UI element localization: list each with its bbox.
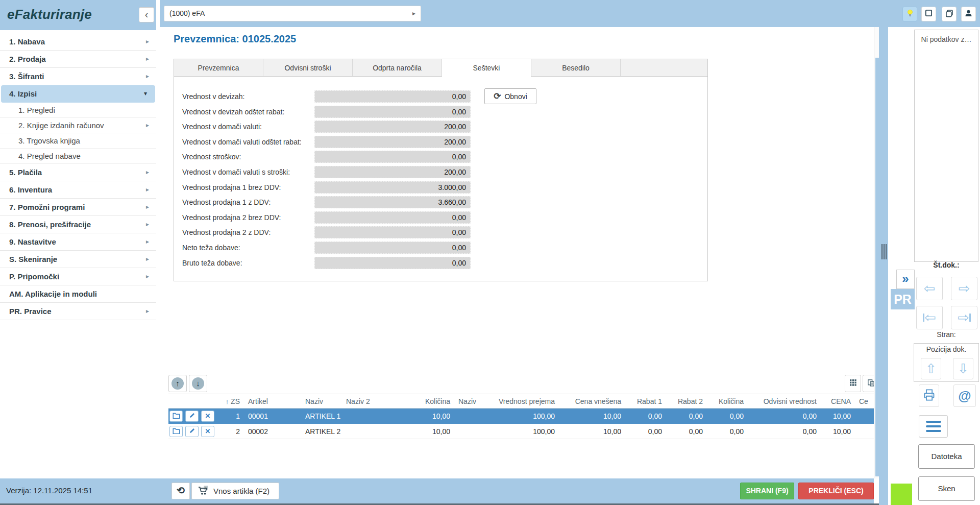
- position-down-button[interactable]: ⇩: [953, 358, 973, 379]
- grid-header-naziv-2[interactable]: Naziv 2: [342, 394, 419, 408]
- user-button[interactable]: [961, 7, 976, 21]
- sidebar-item[interactable]: 3. Trgovska knjiga: [0, 133, 156, 149]
- grid-header-vrednost-prejema[interactable]: Vrednost prejema: [487, 394, 559, 408]
- history-button[interactable]: ⟲: [172, 483, 190, 499]
- grid-cell: 100,00: [487, 424, 559, 439]
- doc-last-button[interactable]: ⇨: [951, 306, 977, 329]
- edit-item-button[interactable]: [185, 411, 199, 422]
- add-item-button[interactable]: + Vnos artikla (F2): [191, 483, 279, 499]
- scan-status-indicator: [891, 484, 912, 505]
- grid-header-naziv[interactable]: Naziv: [454, 394, 487, 408]
- grid-header-rabat-1[interactable]: Rabat 1: [625, 394, 666, 408]
- doc-next-button[interactable]: ⇨: [951, 277, 977, 300]
- grid-cell: 10,00: [559, 424, 625, 439]
- sidebar-item-label: 6. Inventura: [9, 185, 52, 194]
- doc-first-button[interactable]: ⇦: [916, 306, 943, 329]
- chevron-right-icon: ▸: [146, 216, 149, 233]
- sidebar-item[interactable]: 4. Izpisi▾: [1, 85, 155, 103]
- more-menu-button[interactable]: [919, 415, 948, 438]
- chevron-right-icon: ▸: [412, 6, 415, 21]
- sidebar-item[interactable]: 2. Prodaja▸: [0, 51, 156, 68]
- refresh-button[interactable]: ⟳ Obnovi: [484, 88, 536, 104]
- delete-item-button[interactable]: ✕: [201, 411, 214, 422]
- sort-asc-icon: ↑: [226, 398, 229, 405]
- sidebar-item[interactable]: 6. Inventura▸: [0, 181, 156, 199]
- doc-prev-button[interactable]: ⇦: [916, 277, 943, 300]
- file-button[interactable]: Datoteka: [918, 444, 975, 469]
- sidebar-item[interactable]: 4. Pregled nabave: [0, 149, 156, 164]
- tab-odvisni-stroški[interactable]: Odvisni stroški: [263, 59, 353, 76]
- grid-header-zs[interactable]: ↑ ZS: [219, 394, 244, 408]
- tab-seštevki[interactable]: Seštevki: [442, 59, 531, 77]
- grid-header-rabat-2[interactable]: Rabat 2: [666, 394, 707, 408]
- grid-header-actions: [168, 394, 219, 408]
- edit-item-button[interactable]: [185, 426, 199, 437]
- windows-stack-button[interactable]: [942, 7, 957, 21]
- grid-cell: 0,00: [707, 408, 748, 424]
- company-select[interactable]: (1000) eFA ▸: [164, 6, 421, 21]
- grid-row[interactable]: ✕100001ARTIKEL 110,00100,0010,000,000,00…: [168, 408, 874, 424]
- email-button[interactable]: @: [953, 384, 976, 407]
- grid-header-cena[interactable]: CENA: [821, 394, 855, 408]
- pr-tab-badge[interactable]: PR: [891, 289, 915, 309]
- field-label: Vrednost v domači valuti:: [182, 121, 262, 133]
- grid-header-ce[interactable]: Ce: [855, 394, 874, 408]
- grid-row[interactable]: ✕200002ARTIKEL 210,00100,0010,000,000,00…: [168, 424, 874, 439]
- sidebar-item[interactable]: 2. Knjige izdanih računov▸: [0, 118, 156, 133]
- arrow-down-icon: ⇩: [958, 361, 969, 377]
- sidebar-item-label: P. Pripomočki: [9, 272, 59, 281]
- move-row-up-button[interactable]: ↑: [168, 375, 187, 392]
- grid-cell: 0,00: [625, 408, 666, 424]
- move-row-down-button[interactable]: ↓: [189, 375, 207, 392]
- tab-prevzemnica[interactable]: Prevzemnica: [174, 59, 263, 76]
- tab-besedilo[interactable]: Besedilo: [531, 59, 621, 76]
- sidebar-item[interactable]: PR. Pravice▸: [0, 303, 156, 320]
- sidebar-item-label: S. Skeniranje: [9, 255, 57, 263]
- panel-splitter[interactable]: [879, 27, 888, 505]
- sidebar-collapse-button[interactable]: ‹: [139, 7, 154, 22]
- save-button[interactable]: SHRANI (F9): [740, 483, 794, 499]
- grid-header-količina[interactable]: Količina: [419, 394, 454, 408]
- print-button[interactable]: [919, 384, 939, 407]
- hamburger-icon: [926, 421, 941, 432]
- grid-header-količina[interactable]: Količina: [707, 394, 748, 408]
- sidebar-item[interactable]: S. Skeniranje▸: [0, 251, 156, 268]
- grid-cell: 2: [219, 424, 244, 439]
- expand-panel-button[interactable]: »: [896, 270, 915, 289]
- sidebar-item[interactable]: AM. Aplikacije in moduli: [0, 285, 156, 303]
- delete-item-button[interactable]: ✕: [201, 426, 214, 437]
- hint-button[interactable]: [902, 7, 917, 21]
- sidebar-item[interactable]: 7. Pomožni programi▸: [0, 199, 156, 216]
- cancel-button[interactable]: PREKLIČI (ESC): [798, 483, 874, 499]
- vertical-scrollbar[interactable]: [874, 27, 879, 478]
- tab-odprta-naročila[interactable]: Odprta naročila: [353, 59, 442, 76]
- sidebar-item[interactable]: 1. Nabava▸: [0, 33, 156, 51]
- sidebar-item[interactable]: 3. Šifranti▸: [0, 68, 156, 85]
- arrow-down-icon: ↓: [192, 377, 204, 390]
- sidebar-item-label: 5. Plačila: [9, 168, 42, 177]
- arrow-left-icon: ⇦: [924, 280, 936, 297]
- grid-header-cena-vnešena[interactable]: Cena vnešena: [559, 394, 625, 408]
- form-row: Bruto teža dobave:0,00: [174, 257, 707, 272]
- grid-header-naziv[interactable]: Naziv: [301, 394, 342, 408]
- field-label: Bruto teža dobave:: [182, 257, 242, 269]
- sidebar-item[interactable]: 9. Nastavitve▸: [0, 233, 156, 251]
- grid-cell: 00001: [244, 408, 301, 424]
- sidebar-item[interactable]: 5. Plačila▸: [0, 164, 156, 181]
- form-row: Vrednost prodajna 1 brez DDV:3.000,00: [174, 181, 707, 197]
- open-item-button[interactable]: [169, 426, 183, 437]
- topbar: (1000) eFA ▸: [160, 0, 980, 27]
- open-item-button[interactable]: [169, 411, 183, 422]
- sidebar-item[interactable]: 1. Pregledi: [0, 103, 156, 118]
- window-button[interactable]: [921, 7, 936, 21]
- form-row: Neto teža dobave:0,00: [174, 242, 707, 257]
- grid-header-odvisni-vrednost[interactable]: Odvisni vrednost: [748, 394, 821, 408]
- form-row: Vrednost v devizah:0,00: [174, 90, 707, 106]
- position-up-button[interactable]: ⇧: [921, 358, 941, 379]
- sidebar-item[interactable]: 8. Prenosi, prešifracije▸: [0, 216, 156, 233]
- folder-icon: [173, 412, 180, 420]
- sidebar-item[interactable]: P. Pripomočki▸: [0, 268, 156, 285]
- scan-button[interactable]: Sken: [918, 476, 975, 501]
- grid-header-artikel[interactable]: Artikel: [244, 394, 301, 408]
- grid-settings-button[interactable]: [845, 375, 861, 392]
